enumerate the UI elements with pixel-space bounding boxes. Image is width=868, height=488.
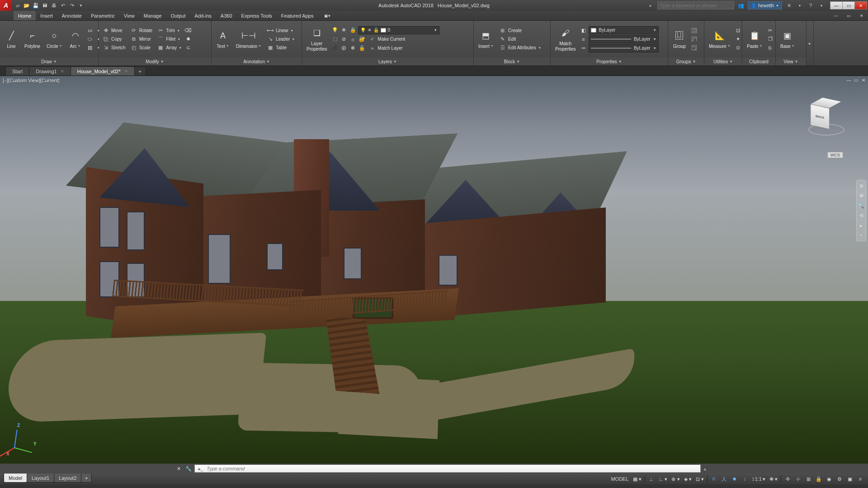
make-current-tool[interactable]: ✓Make Current (367, 35, 407, 43)
layer-iso-icon[interactable]: ⬚ (331, 35, 339, 43)
osnap-icon[interactable]: ⊡ ▾ (694, 474, 706, 483)
viewport-label[interactable]: [–][Custom View][Current] (3, 78, 60, 83)
scale-tool[interactable]: ◰Scale (128, 44, 154, 52)
close-button[interactable]: ✕ (854, 1, 867, 9)
linear-tool[interactable]: ⟷Linear▾ (265, 27, 296, 35)
ellipse-icon[interactable]: ⬭ (86, 35, 94, 43)
tab-output[interactable]: Output (166, 11, 190, 20)
close-tab-icon[interactable]: ✕ (124, 69, 128, 74)
measure-tool[interactable]: 📐Measure▼ (706, 28, 733, 50)
edit-block-tool[interactable]: ✎Edit (497, 35, 542, 43)
hardware-accel-icon[interactable]: ⚙ (835, 474, 844, 483)
doc-close-icon[interactable]: ✕ (855, 11, 868, 20)
isodraft-icon[interactable]: ◈ ▾ (682, 474, 693, 483)
doc-max-icon[interactable]: ▭ (842, 11, 855, 20)
layer-uniso-icon[interactable]: ⬛ (331, 44, 339, 52)
units-icon[interactable]: ⊹ (793, 474, 803, 483)
rotate-tool[interactable]: ⟳Rotate (128, 27, 154, 35)
new-tab-button[interactable]: + (134, 66, 146, 75)
array-tool[interactable]: ▦Array▾ (155, 44, 183, 52)
fillet-tool[interactable]: ⌒Fillet▾ (155, 35, 183, 43)
match-layer-tool[interactable]: ≈Match Layer (367, 44, 405, 52)
layer-off-icon[interactable]: ⊘ (340, 35, 348, 43)
ortho-icon[interactable]: ∟ ▾ (657, 474, 670, 483)
vp-close-icon[interactable]: ✕ (860, 77, 866, 83)
search-input[interactable] (657, 1, 734, 9)
panel-block-title[interactable]: Block▼ (474, 57, 550, 66)
steering-wheel-icon[interactable]: ⊛ (858, 182, 865, 189)
panel-clipboard-title[interactable]: Clipboard (742, 57, 775, 66)
select-all-icon[interactable]: ⊡ (734, 27, 742, 35)
panel-groups-title[interactable]: Groups▼ (668, 57, 704, 66)
lineweight-dropdown[interactable]: ByLayer▼ (589, 44, 659, 52)
model-space-button[interactable]: MODEL (609, 474, 630, 483)
anno-scale-button[interactable]: ⟟ 1:1 ▾ (750, 474, 767, 483)
prop-lw-icon[interactable]: ═ (580, 44, 588, 52)
zoom-icon[interactable]: 🔍 (858, 202, 865, 209)
layer-thaw-icon[interactable]: ☼ (349, 35, 357, 43)
saveas-icon[interactable]: 🖬 (41, 1, 49, 9)
ucs-icon[interactable]: Z Y X (8, 423, 40, 455)
file-tab-current[interactable]: House_Model_v02*✕ (71, 66, 135, 75)
gizmo-icon[interactable]: ↕ (740, 474, 750, 483)
workspace-icon[interactable]: ❋ ▾ (768, 474, 779, 483)
insert-block-tool[interactable]: ⬒Insert▼ (476, 28, 496, 50)
create-block-tool[interactable]: ⊞Create (497, 27, 542, 35)
tab-annotate[interactable]: Annotate (57, 11, 86, 20)
layout-tab-2[interactable]: Layout2 (54, 474, 81, 483)
clean-screen-icon[interactable]: ▣ (845, 474, 855, 483)
help-icon[interactable]: ? (807, 1, 815, 9)
tab-insert[interactable]: Insert (36, 11, 57, 20)
layout-tab-new[interactable]: + (81, 474, 92, 483)
layout-tab-model[interactable]: Model (4, 474, 27, 483)
wcs-badge[interactable]: WCS (827, 152, 843, 158)
lock-ui-icon[interactable]: 🔒 (814, 474, 824, 483)
redo-icon[interactable]: ↷ (68, 1, 76, 9)
minimize-button[interactable]: — (830, 1, 843, 9)
polyline-tool[interactable]: ⌐Polyline (22, 28, 43, 50)
point-icon[interactable]: ⊙ (734, 44, 742, 52)
copy-tool[interactable]: ⿻Copy (100, 35, 127, 43)
polar-icon[interactable]: ⊕ ▾ (670, 474, 681, 483)
layer-properties-tool[interactable]: ❏Layer Properties (304, 26, 330, 53)
doc-min-icon[interactable]: — (829, 11, 842, 20)
cmd-close-icon[interactable]: ✕ (175, 465, 183, 473)
save-icon[interactable]: 💾 (32, 1, 40, 9)
edit-attr-tool[interactable]: ☲Edit Attributes▾ (497, 44, 542, 52)
group-select-icon[interactable]: ⿹ (690, 44, 698, 52)
snap-icon[interactable]: ⟂ (646, 474, 656, 483)
panel-utilities-title[interactable]: Utilities▼ (704, 57, 742, 66)
undo-icon[interactable]: ↶ (59, 1, 67, 9)
command-input[interactable] (207, 466, 698, 471)
command-input-box[interactable]: ▸_ (194, 465, 701, 473)
move-tool[interactable]: ✥Move (100, 27, 127, 35)
panel-annotation-title[interactable]: Annotation▼ (212, 57, 302, 66)
rectangle-icon[interactable]: ▭ (86, 27, 94, 35)
user-account-button[interactable]: 👤 hewetth ▼ (748, 1, 782, 9)
plot-icon[interactable]: 🖶 (50, 1, 58, 9)
copy-base-icon[interactable]: ⎘ (766, 44, 774, 52)
showmotion-icon[interactable]: ▸ (858, 222, 865, 229)
offset-icon[interactable]: ⊂ (184, 44, 192, 52)
tab-view[interactable]: View (119, 11, 139, 20)
tab-expand-icon[interactable]: ▣▾ (320, 11, 335, 20)
layer-freeze-icon[interactable]: ❄ (340, 26, 348, 34)
pan-icon[interactable]: ✥ (858, 192, 865, 199)
cut-icon[interactable]: ✂ (766, 27, 774, 35)
layout-tab-1[interactable]: Layout1 (27, 474, 54, 483)
group-tool[interactable]: ⿶Group (670, 28, 689, 50)
hatch-icon[interactable]: ▨ (86, 44, 94, 52)
tab-home[interactable]: Home (14, 11, 36, 20)
help-drop-icon[interactable]: ▼ (817, 1, 826, 9)
tab-parametric[interactable]: Parametric (86, 11, 119, 20)
table-tool[interactable]: ▦Table (265, 44, 296, 52)
linetype-dropdown[interactable]: ByLayer▼ (589, 35, 659, 43)
isolate-icon[interactable]: ◉ (824, 474, 834, 483)
prop-line-icon[interactable]: ≡ (580, 35, 588, 43)
mirror-tool[interactable]: ⧉Mirror (128, 35, 154, 43)
customize-icon[interactable]: ≡ (855, 474, 865, 483)
dimension-tool[interactable]: ⊢⊣Dimension▼ (233, 28, 264, 50)
exchange-icon[interactable]: ✕ (785, 1, 793, 9)
file-tab-start[interactable]: Start (5, 66, 29, 75)
layer-frz2-icon[interactable]: ✼ (349, 44, 357, 52)
